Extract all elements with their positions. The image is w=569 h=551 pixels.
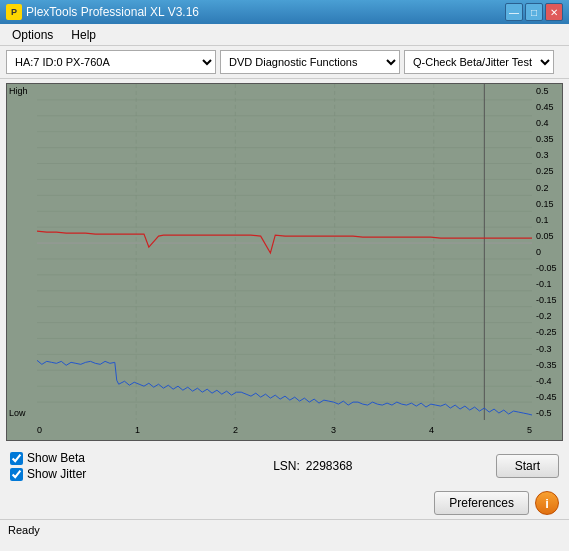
menu-help[interactable]: Help [63, 26, 104, 44]
lsn-value: 2298368 [306, 459, 353, 473]
toolbar: HA:7 ID:0 PX-760A DVD Diagnostic Functio… [0, 46, 569, 79]
menu-bar: Options Help [0, 24, 569, 46]
chart-right-axis: 0.5 0.45 0.4 0.35 0.3 0.25 0.2 0.15 0.1 … [532, 84, 562, 420]
title-bar-text: PlexTools Professional XL V3.16 [26, 5, 505, 19]
chart-svg [37, 84, 532, 420]
app-icon: P [6, 4, 22, 20]
start-button[interactable]: Start [496, 454, 559, 478]
show-jitter-label: Show Jitter [27, 467, 86, 481]
checkboxes-area: Show Beta Show Jitter [10, 451, 130, 481]
lsn-label: LSN: [273, 459, 300, 473]
preferences-row: Preferences i [0, 487, 569, 519]
chart-bottom-axis: 0 1 2 3 4 5 [37, 420, 532, 440]
device-select[interactable]: HA:7 ID:0 PX-760A [6, 50, 216, 74]
show-beta-row: Show Beta [10, 451, 130, 465]
menu-options[interactable]: Options [4, 26, 61, 44]
status-text: Ready [8, 524, 40, 536]
maximize-button[interactable]: □ [525, 3, 543, 21]
svg-rect-0 [37, 84, 532, 420]
status-bar: Ready [0, 519, 569, 539]
preferences-button[interactable]: Preferences [434, 491, 529, 515]
show-beta-checkbox[interactable] [10, 452, 23, 465]
show-jitter-checkbox[interactable] [10, 468, 23, 481]
lsn-area: LSN: 2298368 [130, 459, 496, 473]
chart-left-axis: High Low [7, 84, 37, 420]
close-button[interactable]: ✕ [545, 3, 563, 21]
info-button[interactable]: i [535, 491, 559, 515]
test-select[interactable]: Q-Check Beta/Jitter Test [404, 50, 554, 74]
show-jitter-row: Show Jitter [10, 467, 130, 481]
minimize-button[interactable]: — [505, 3, 523, 21]
bottom-panel: Show Beta Show Jitter LSN: 2298368 Start [0, 445, 569, 487]
chart-area [37, 84, 532, 420]
function-select[interactable]: DVD Diagnostic Functions [220, 50, 400, 74]
show-beta-label: Show Beta [27, 451, 85, 465]
title-bar-controls: — □ ✕ [505, 3, 563, 21]
chart-container: High Low [6, 83, 563, 441]
title-bar: P PlexTools Professional XL V3.16 — □ ✕ [0, 0, 569, 24]
